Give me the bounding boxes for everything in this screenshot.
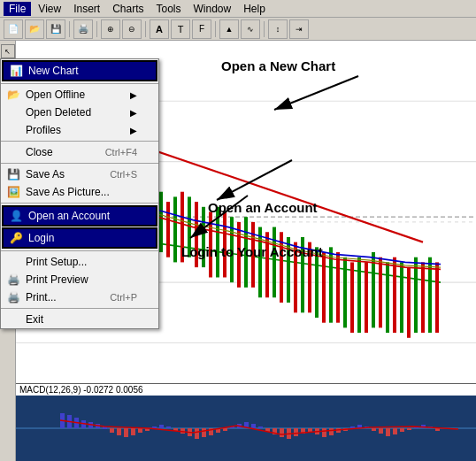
toolbar-zoom[interactable]: ⊕: [101, 19, 120, 39]
toolbar-chart1[interactable]: ▲: [219, 19, 239, 39]
svg-rect-22: [159, 192, 163, 252]
macd-svg: [16, 396, 476, 461]
toolbar-sep4: [215, 21, 216, 37]
svg-rect-110: [386, 428, 390, 436]
svg-rect-55: [393, 257, 396, 333]
svg-rect-77: [152, 426, 157, 428]
menu-file[interactable]: File: [4, 2, 31, 16]
file-dropdown: 📊 New Chart 📂 Open Offline ▶ Open Delete…: [0, 58, 159, 329]
dropdown-open-deleted[interactable]: Open Deleted ▶: [1, 104, 158, 121]
svg-rect-45: [322, 252, 326, 323]
open-offline-icon: 📂: [4, 88, 22, 101]
dropdown-sep1: [1, 83, 158, 84]
svg-rect-61: [435, 262, 439, 333]
sidebar-btn-1[interactable]: ↖: [1, 44, 15, 58]
svg-rect-109: [379, 428, 383, 434]
menu-window[interactable]: Window: [188, 2, 237, 16]
svg-rect-29: [209, 212, 212, 278]
dropdown-sep3: [1, 163, 158, 164]
macd-label: MACD(12,26,9) -0.0272 0.0056: [16, 384, 476, 396]
toolbar-periods[interactable]: ↕: [268, 19, 288, 39]
dropdown-login[interactable]: 🔑 Login: [2, 227, 157, 249]
print-icon: 🖨️: [4, 291, 22, 303]
toolbar-save[interactable]: 💾: [46, 19, 65, 39]
svg-rect-113: [407, 428, 411, 430]
toolbar-zoom2[interactable]: ⊖: [122, 19, 142, 39]
menu-help[interactable]: Help: [238, 2, 271, 16]
dropdown-sep4: [1, 203, 158, 204]
svg-rect-44: [315, 247, 319, 318]
open-deleted-arrow: ▶: [130, 108, 137, 118]
toolbar-sep5: [264, 21, 265, 37]
print-preview-icon: 🖨️: [4, 273, 22, 286]
svg-rect-49: [350, 262, 354, 333]
svg-rect-79: [166, 426, 171, 428]
svg-rect-51: [365, 262, 368, 333]
toolbar: 📄 📂 💾 🖨️ ⊕ ⊖ A T F ▲ ∿ ↕ ⇥: [0, 18, 476, 41]
dropdown-open-account[interactable]: 👤 Open an Account: [2, 205, 157, 227]
svg-rect-117: [435, 428, 440, 431]
dropdown-sep6: [1, 308, 158, 309]
svg-rect-38: [273, 227, 276, 298]
svg-rect-41: [294, 242, 297, 313]
save-as-icon: 💾: [4, 168, 22, 181]
open-account-icon: 👤: [7, 210, 25, 222]
svg-rect-24: [173, 196, 177, 262]
dropdown-open-offline[interactable]: 📂 Open Offline ▶: [1, 86, 158, 104]
svg-rect-28: [202, 207, 205, 267]
svg-rect-83: [195, 428, 199, 439]
toolbar-scroll[interactable]: ⇥: [289, 19, 309, 39]
toolbar-print[interactable]: 🖨️: [73, 19, 93, 39]
svg-rect-101: [322, 428, 326, 437]
svg-rect-36: [258, 227, 262, 298]
dropdown-save-as[interactable]: 💾 Save As Ctrl+S: [1, 165, 158, 183]
svg-rect-23: [166, 202, 170, 257]
svg-rect-25: [180, 192, 184, 263]
dropdown-exit[interactable]: Exit: [1, 311, 158, 328]
menu-bar: File View Insert Charts Tools Window Hel…: [0, 0, 476, 18]
menu-view[interactable]: View: [33, 2, 66, 16]
dropdown-new-chart[interactable]: 📊 New Chart: [2, 60, 157, 81]
svg-rect-56: [400, 262, 403, 333]
svg-rect-108: [372, 428, 376, 431]
dropdown-save-picture[interactable]: 🖼️ Save As Picture...: [1, 183, 158, 201]
dropdown-profiles[interactable]: Profiles ▶: [1, 121, 158, 139]
svg-rect-27: [195, 202, 198, 267]
toolbar-a[interactable]: A: [150, 19, 169, 39]
svg-rect-33: [237, 222, 241, 288]
svg-rect-30: [216, 207, 219, 278]
toolbar-sep2: [96, 21, 97, 37]
svg-rect-71: [110, 428, 114, 433]
svg-rect-84: [202, 428, 206, 437]
svg-rect-112: [400, 428, 404, 432]
dropdown-sep2: [1, 141, 158, 142]
menu-tools[interactable]: Tools: [151, 2, 187, 16]
svg-rect-91: [251, 424, 256, 428]
toolbar-t[interactable]: T: [171, 19, 190, 39]
dropdown-close[interactable]: Close Ctrl+F4: [1, 143, 158, 161]
svg-rect-87: [223, 428, 227, 431]
svg-rect-50: [357, 257, 361, 333]
svg-rect-102: [329, 428, 334, 435]
svg-rect-75: [138, 428, 142, 433]
toolbar-sep3: [145, 21, 146, 37]
svg-rect-47: [336, 252, 340, 323]
menu-charts[interactable]: Charts: [107, 2, 149, 16]
toolbar-open[interactable]: 📂: [25, 19, 44, 39]
svg-rect-54: [386, 262, 389, 333]
open-offline-arrow: ▶: [130, 90, 137, 100]
dropdown-print-preview[interactable]: 🖨️ Print Preview: [1, 271, 158, 288]
svg-rect-95: [280, 428, 284, 437]
svg-rect-31: [223, 212, 226, 278]
svg-rect-73: [124, 428, 128, 437]
svg-rect-74: [131, 428, 135, 435]
dropdown-print-setup[interactable]: Print Setup...: [1, 253, 158, 271]
profiles-arrow: ▶: [130, 126, 137, 135]
dropdown-print[interactable]: 🖨️ Print... Ctrl+P: [1, 288, 158, 306]
save-picture-icon: 🖼️: [4, 186, 22, 198]
toolbar-chart2[interactable]: ∿: [241, 19, 260, 39]
svg-rect-72: [117, 428, 121, 435]
menu-insert[interactable]: Insert: [68, 2, 105, 16]
toolbar-f[interactable]: F: [192, 19, 211, 39]
toolbar-new[interactable]: 📄: [4, 19, 23, 39]
